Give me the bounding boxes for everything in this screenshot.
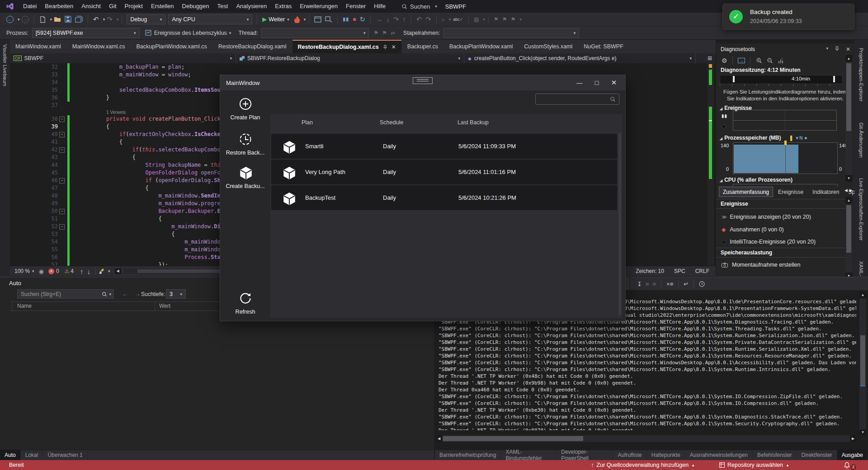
app-search-input[interactable] — [535, 94, 619, 105]
panel-tab-lokal[interactable]: Lokal — [21, 450, 43, 460]
continue-play-icon[interactable]: ▶ — [262, 16, 267, 22]
menu-item-erweiterungen[interactable]: Erweiterungen — [296, 0, 342, 13]
clear-all-icon[interactable]: ×≡ — [666, 281, 673, 287]
menu-item-fenster[interactable]: Fenster — [342, 0, 370, 13]
document-tab[interactable]: NuGet: SBWPF — [578, 40, 629, 53]
prev-issue-icon[interactable]: ↑ — [80, 268, 84, 275]
menu-item-hilfe[interactable]: Hilfe — [370, 0, 390, 13]
menu-item-solution[interactable]: SBWPF — [445, 3, 466, 10]
menu-item-datei[interactable]: Datei — [19, 0, 41, 13]
new-file-icon[interactable] — [39, 16, 46, 23]
error-count-icon[interactable]: × — [48, 268, 54, 274]
save-icon[interactable] — [65, 16, 71, 23]
scroll-left-icon[interactable]: ◀ — [115, 268, 121, 274]
window-position-dropdown[interactable]: ▾ — [826, 46, 828, 52]
search-forward-icon[interactable]: → — [134, 290, 141, 297]
menu-item-extras[interactable]: Extras — [271, 0, 296, 13]
hot-reload-icon[interactable] — [294, 16, 300, 23]
new-file-dropdown[interactable]: ▾ — [50, 17, 52, 22]
notifications-bell-button[interactable]: 2 — [844, 461, 856, 470]
table-scrollbar[interactable] — [618, 133, 621, 315]
document-tab[interactable]: MainWindow.xaml.cs — [67, 40, 131, 53]
save-all-icon[interactable] — [75, 16, 83, 23]
create-backu--button[interactable]: Create Backu... — [220, 165, 270, 189]
warning-count[interactable]: 4 — [71, 268, 74, 274]
menu-item-analysieren[interactable]: Analysieren — [232, 0, 271, 13]
document-tab[interactable]: CustomStyles.xaml — [519, 40, 578, 53]
cpu-section-header[interactable]: ◢CPU (% aller Prozessoren) — [720, 177, 793, 183]
next-message-icon[interactable]: ≡ — [653, 281, 656, 287]
tab-live-eigenschaften-explorer[interactable]: Live-Eigenschaften-Explorer — [859, 178, 864, 240]
tab-scroll-left-icon[interactable]: ◀ — [844, 188, 848, 193]
panel-tab-befehlsfenster[interactable]: Befehlsfenster — [753, 450, 797, 460]
warning-icon[interactable]: ⚠ — [65, 268, 70, 274]
fold-marker-icon[interactable]: − — [59, 147, 65, 153]
export-icon[interactable]: → — [738, 58, 745, 63]
panel-tab-xaml-bindungsfehler[interactable]: XAML-Bindungsfehler — [501, 450, 557, 460]
menu-item-debuggen[interactable]: Debuggen — [178, 0, 213, 13]
continue-dropdown[interactable]: ▾ — [287, 17, 289, 22]
memory-chart[interactable] — [733, 142, 838, 174]
open-folder-icon[interactable] — [54, 16, 61, 23]
minimize-button[interactable]: — — [571, 80, 588, 86]
restart-icon[interactable]: ↻ — [360, 16, 366, 23]
word-wrap-icon[interactable]: ↵ — [684, 281, 689, 287]
lifecycle-dropdown[interactable]: ▾ — [229, 31, 231, 35]
undo-nav-icon[interactable]: ↶ — [416, 16, 422, 23]
document-tab[interactable]: Backuper.cs — [402, 40, 443, 53]
column-last-backup[interactable]: Last Backup — [458, 119, 489, 126]
go-to-message-icon[interactable]: ↧ — [637, 281, 642, 287]
timestamp-icon[interactable] — [699, 281, 705, 287]
document-tab[interactable]: RestoreBackupDialog.xaml.cs✕ — [292, 40, 401, 53]
watch-search-input[interactable]: Suchen (Strg+E) ▾ — [17, 289, 114, 299]
prev-bookmark-icon[interactable]: ⚑ — [511, 17, 516, 22]
next-bookmark-icon[interactable]: ⚑ — [502, 17, 507, 22]
step-over-icon[interactable]: ↷ — [393, 16, 399, 23]
fold-marker-icon[interactable]: − — [59, 224, 65, 230]
column-plan[interactable]: Plan — [302, 119, 313, 126]
next-issue-icon[interactable]: ↓ — [87, 268, 91, 275]
codelens-references[interactable]: 1 Verweis — [106, 109, 126, 115]
panel-tab-developer-powershell[interactable]: Developer-PowerShell — [557, 450, 613, 460]
stop-debugging-icon[interactable]: ■ — [353, 17, 356, 22]
redo-dropdown[interactable]: ▾ — [117, 17, 119, 22]
window-layout-icon[interactable]: ▤ — [474, 17, 479, 22]
xaml-live-preview-icon[interactable] — [314, 16, 321, 23]
show-next-statement-icon[interactable]: → — [376, 16, 382, 23]
search-back-icon[interactable]: ← — [122, 290, 128, 297]
zoom-out-icon[interactable] — [767, 57, 773, 64]
search-menu-button[interactable]: Suchen ▾ — [401, 3, 437, 10]
bookmark-icon[interactable]: ⚑ — [494, 17, 499, 22]
step-out-icon[interactable]: ↑ — [402, 16, 406, 23]
select-repository-button[interactable]: Repository auswählen ▲ — [719, 462, 789, 468]
fold-marker-icon[interactable]: − — [59, 117, 65, 122]
refresh-button[interactable]: Refresh — [220, 291, 270, 315]
reset-view-chart-icon[interactable]: ? — [778, 58, 784, 64]
redo-nav-icon[interactable]: ↷ — [425, 16, 431, 23]
close-icon[interactable]: ✕ — [846, 46, 850, 52]
navigate-back-dropdown[interactable]: ▾ — [18, 17, 20, 22]
menu-item-ansicht[interactable]: Ansicht — [77, 0, 105, 13]
backup-plan-row[interactable]: SmartliDaily5/6/2024 11:09:33 PM — [271, 134, 617, 159]
tab-git-nderungen[interactable]: Git-Änderungen — [859, 122, 864, 158]
spaces-indicator[interactable]: SPC — [674, 268, 685, 274]
backup-toast-notification[interactable]: ✓ Backup created 2024/05/06 23:09:33 — [722, 4, 854, 30]
split-editor-icon[interactable]: ⊞ — [708, 55, 712, 61]
diagnostics-tab-zusammenfassung[interactable]: Zusammenfassung — [719, 187, 773, 197]
summary-item[interactable]: ≫Ereignisse anzeigen (20 von 20) — [722, 214, 811, 220]
continue-button[interactable]: Weiter — [269, 16, 285, 23]
spell-check-icon[interactable]: abc✓ — [453, 17, 463, 22]
panel-tab-überwachen-1[interactable]: Überwachen 1 — [43, 450, 87, 460]
add-to-source-control-button[interactable]: ↑ Zur Quellcodeverwaltung hinzufügen ▲ — [591, 462, 695, 468]
redo-icon[interactable]: ↷ — [107, 16, 113, 23]
flag-just-my-code-icon[interactable]: ⚑ — [382, 30, 387, 36]
column-value[interactable]: Wert — [159, 303, 170, 309]
pause-icon[interactable]: ▮▮ — [343, 17, 349, 22]
timeline-marker-left[interactable] — [733, 76, 735, 82]
diagnostics-scrollbar-top[interactable]: ▲ ▼ — [845, 55, 852, 182]
code-line[interactable]: 32 m_backupPlan = plan; — [10, 63, 716, 71]
live-visual-tree-icon[interactable] — [325, 16, 332, 23]
timeline-marker-right[interactable] — [833, 76, 835, 82]
code-cleanup-icon[interactable] — [99, 268, 106, 274]
summary-item[interactable]: ◆Ausnahmen (0 von 0) — [722, 226, 784, 233]
